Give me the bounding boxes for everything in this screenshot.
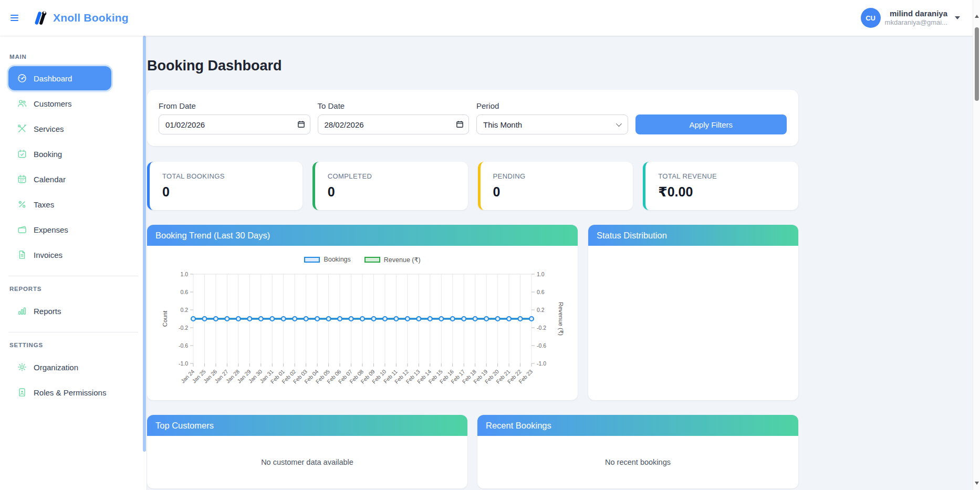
from-date-input[interactable] xyxy=(159,114,310,134)
calendar-icon[interactable] xyxy=(456,120,464,130)
to-date-input[interactable] xyxy=(318,114,470,134)
sidebar-item-label: Roles & Permissions xyxy=(34,388,106,397)
user-info: milind daraniya mkdaraniya@gmai... xyxy=(885,9,947,27)
sidebar-item-calendar[interactable]: Calendar xyxy=(8,166,111,192)
page-scrollbar-thumb[interactable] xyxy=(975,27,979,101)
sidebar-item-label: Expenses xyxy=(34,225,68,234)
recent-bookings-panel: Recent Bookings No recent bookings xyxy=(477,415,798,488)
svg-text:-1.0: -1.0 xyxy=(179,360,188,367)
sidebar-section-settings: SETTINGS xyxy=(9,342,137,348)
svg-text:Count: Count xyxy=(162,310,168,327)
legend-item[interactable]: Bookings xyxy=(304,256,350,263)
legend-item[interactable]: Revenue (₹) xyxy=(364,256,421,264)
sidebar-item-label: Invoices xyxy=(34,251,62,259)
stat-value: 0 xyxy=(493,184,621,200)
scroll-up-icon[interactable] xyxy=(975,15,979,18)
sidebar-item-invoices[interactable]: Invoices xyxy=(8,242,111,267)
period-selected-value: This Month xyxy=(483,120,522,129)
stat-card-pending: PENDING 0 xyxy=(478,162,633,210)
sidebar-item-label: Services xyxy=(34,124,64,133)
sidebar-item-label: Organization xyxy=(34,363,78,372)
top-customers-body: No customer data available xyxy=(147,436,467,488)
bar-chart-icon xyxy=(17,306,27,316)
sidebar-scrollbar-thumb[interactable] xyxy=(143,36,146,452)
calendar-check-icon xyxy=(17,149,27,159)
gear-icon xyxy=(17,362,27,372)
stat-card-completed: COMPLETED 0 xyxy=(312,162,468,210)
sidebar-item-organization[interactable]: Organization xyxy=(8,355,111,380)
period-group: Period This Month xyxy=(476,101,628,134)
stat-value: 0 xyxy=(162,184,290,200)
sidebar-section-main: MAIN xyxy=(9,54,137,60)
sidebar-item-reports[interactable]: Reports xyxy=(8,298,111,324)
recent-bookings-body: No recent bookings xyxy=(477,436,798,488)
chevron-down-icon xyxy=(616,121,621,127)
page-title: Booking Dashboard xyxy=(147,58,798,74)
svg-text:Revenue (₹): Revenue (₹) xyxy=(558,302,564,336)
sidebar: MAIN Dashboard Customers xyxy=(0,36,147,490)
id-badge-icon xyxy=(17,387,27,398)
calendar-days-icon xyxy=(17,174,27,184)
svg-text:0.6: 0.6 xyxy=(180,289,188,295)
sidebar-divider xyxy=(8,332,138,332)
to-date-group: To Date xyxy=(318,101,470,134)
status-distribution-panel: Status Distribution xyxy=(588,225,798,400)
sidebar-item-dashboard[interactable]: Dashboard xyxy=(8,66,111,90)
stat-label: COMPLETED xyxy=(328,172,455,180)
booking-trend-chart: 1.01.00.60.60.20.2-0.2-0.2-0.6-0.6-1.0-1… xyxy=(160,266,565,398)
sidebar-item-customers[interactable]: Customers xyxy=(8,91,111,116)
sidebar-item-label: Taxes xyxy=(34,200,54,209)
svg-text:-0.6: -0.6 xyxy=(179,342,188,349)
stats-row: TOTAL BOOKINGS 0 COMPLETED 0 PENDING 0 T… xyxy=(147,162,798,210)
tools-icon xyxy=(17,123,27,134)
charts-row: Booking Trend (Last 30 Days) BookingsRev… xyxy=(147,225,798,400)
app-title: Xnoll Booking xyxy=(53,12,129,24)
user-menu[interactable]: CU milind daraniya mkdaraniya@gmai... xyxy=(861,8,960,28)
user-name: milind daraniya xyxy=(890,9,947,19)
svg-text:-0.2: -0.2 xyxy=(537,325,546,331)
status-distribution-header: Status Distribution xyxy=(588,225,798,246)
sidebar-item-roles-permissions[interactable]: Roles & Permissions xyxy=(8,380,111,405)
status-distribution-body xyxy=(588,246,798,398)
period-select[interactable]: This Month xyxy=(476,114,628,134)
legend-label: Revenue (₹) xyxy=(384,256,421,264)
stat-label: PENDING xyxy=(493,172,621,180)
svg-text:0.2: 0.2 xyxy=(180,307,188,313)
stat-value: 0 xyxy=(328,184,455,200)
wallet-icon xyxy=(17,224,27,235)
top-bar: Xnoll Booking CU milind daraniya mkdaran… xyxy=(0,0,980,36)
sidebar-item-label: Calendar xyxy=(34,175,66,184)
stat-card-total-bookings: TOTAL BOOKINGS 0 xyxy=(147,162,303,210)
svg-text:0.6: 0.6 xyxy=(537,289,545,295)
from-date-group: From Date xyxy=(159,101,310,134)
page-scrollbar[interactable] xyxy=(973,0,980,490)
scroll-down-icon[interactable] xyxy=(975,482,979,485)
app-root: Xnoll Booking CU milind daraniya mkdaran… xyxy=(0,0,980,490)
apply-filters-button[interactable]: Apply Filters xyxy=(635,114,787,134)
sidebar-item-label: Reports xyxy=(34,307,61,316)
hamburger-menu-icon[interactable] xyxy=(8,13,20,23)
sidebar-item-booking[interactable]: Booking xyxy=(8,141,111,166)
sidebar-item-taxes[interactable]: Taxes xyxy=(8,192,111,217)
legend-swatch xyxy=(364,257,380,263)
calendar-icon[interactable] xyxy=(297,120,305,130)
sidebar-section-reports: REPORTS xyxy=(9,286,137,292)
percent-icon xyxy=(17,199,27,210)
brand: Xnoll Booking xyxy=(32,10,129,26)
sidebar-item-expenses[interactable]: Expenses xyxy=(8,217,111,242)
booking-trend-body: BookingsRevenue (₹) 1.01.00.60.60.20.2-0… xyxy=(147,246,578,400)
top-customers-header: Top Customers xyxy=(147,415,467,436)
top-customers-panel: Top Customers No customer data available xyxy=(147,415,467,488)
booking-trend-panel: Booking Trend (Last 30 Days) BookingsRev… xyxy=(147,225,578,400)
main-content: Booking Dashboard From Date To xyxy=(147,36,973,490)
svg-text:-0.6: -0.6 xyxy=(537,342,546,349)
users-icon xyxy=(17,98,27,109)
chart-legend: BookingsRevenue (₹) xyxy=(151,253,574,266)
sidebar-divider xyxy=(8,276,138,276)
sidebar-item-services[interactable]: Services xyxy=(8,116,111,141)
legend-swatch xyxy=(304,257,320,263)
empty-message: No customer data available xyxy=(261,458,353,466)
svg-text:-1.0: -1.0 xyxy=(537,360,546,367)
booking-trend-header: Booking Trend (Last 30 Days) xyxy=(147,225,578,246)
svg-text:0.2: 0.2 xyxy=(537,307,545,313)
